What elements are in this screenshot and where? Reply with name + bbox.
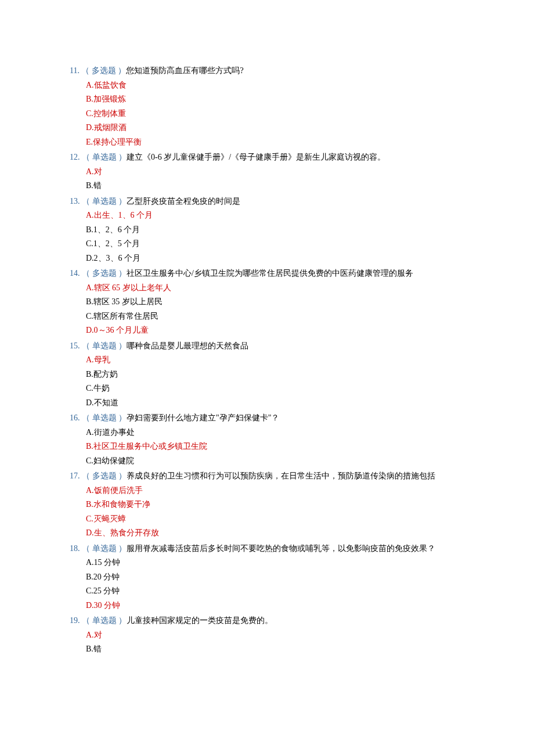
options-list: A.街道办事处B.社区卫生服务中心或乡镇卫生院C.妇幼保健院 — [70, 426, 464, 469]
question-block: 16. （ 单选题 ）孕妇需要到什么地方建立"孕产妇保健卡"？A.街道办事处B.… — [70, 411, 464, 468]
question-number: 13. — [70, 197, 82, 206]
option-item: C.灭蝇灭蟑 — [86, 512, 464, 527]
question-type: （ 单选题 ） — [82, 153, 127, 161]
option-item: B.配方奶 — [86, 368, 464, 382]
option-item: D.2、3、6 个月 — [86, 251, 464, 266]
question-number: 19. — [70, 616, 82, 625]
question-stem: 哪种食品是婴儿最理想的天然食品 — [127, 341, 248, 350]
question-stem: 建立《0-6 岁儿童保健手册》/《母子健康手册》是新生儿家庭访视的容。 — [127, 153, 385, 161]
question-block: 13. （ 单选题 ）乙型肝炎疫苗全程免疫的时间是A.出生、1、6 个月B.1、… — [70, 195, 464, 266]
options-list: A.15 分钟B.20 分钟C.25 分钟D.30 分钟 — [70, 556, 464, 613]
option-item: C.辖区所有常住居民 — [86, 309, 464, 324]
question-prompt: 18. （ 单选题 ）服用脊灰减毒活疫苗后多长时间不要吃热的食物或哺乳等，以免影… — [70, 542, 464, 556]
question-stem: 儿童接种国家规定的一类疫苗是免费的。 — [127, 616, 273, 625]
question-type: （ 单选题 ） — [82, 341, 127, 350]
question-prompt: 13. （ 单选题 ）乙型肝炎疫苗全程免疫的时间是 — [70, 195, 464, 209]
question-stem: 社区卫生服务中心/乡镇卫生院为哪些常住居民提供免费的中医药健康管理的服务 — [127, 269, 413, 278]
options-list: A.饭前便后洗手B.水和食物要干净C.灭蝇灭蟑D.生、熟食分开存放 — [70, 484, 464, 541]
option-item: B.20 分钟 — [86, 570, 464, 585]
question-stem: 乙型肝炎疫苗全程免疫的时间是 — [127, 197, 240, 206]
option-item: A.母乳 — [86, 353, 464, 368]
options-list: A.对B.错 — [70, 628, 464, 657]
question-number: 12. — [70, 153, 82, 161]
question-number: 11. — [70, 66, 81, 75]
option-item: C.妇幼保健院 — [86, 454, 464, 469]
option-item: B.1、2、6 个月 — [86, 223, 464, 237]
question-prompt: 11. （ 多选题 ）您知道预防高血压有哪些方式吗? — [70, 64, 464, 78]
options-list: A.母乳B.配方奶C.牛奶D.不知道 — [70, 353, 464, 410]
options-list: A.出生、1、6 个月B.1、2、6 个月C.1、2、5 个月D.2、3、6 个… — [70, 208, 464, 265]
question-type: （ 多选题 ） — [82, 269, 127, 278]
question-type: （ 单选题 ） — [82, 197, 127, 206]
question-stem: 您知道预防高血压有哪些方式吗? — [126, 66, 243, 75]
option-item: A.辖区 65 岁以上老年人 — [86, 281, 464, 296]
option-item: D.30 分钟 — [86, 599, 464, 613]
option-item: B.错 — [86, 642, 464, 657]
question-block: 12. （ 单选题 ）建立《0-6 岁儿童保健手册》/《母子健康手册》是新生儿家… — [70, 150, 464, 193]
options-list: A.对B.错 — [70, 165, 464, 193]
option-item: C.牛奶 — [86, 381, 464, 396]
question-stem: 养成良好的卫生习惯和行为可以预防疾病，在日常生活中，预防肠道传染病的措施包括 — [127, 471, 435, 480]
option-item: A.对 — [86, 628, 464, 643]
option-item: B.辖区 35 岁以上居民 — [86, 295, 464, 309]
options-list: A.低盐饮食B.加强锻炼C.控制体重D.戒烟限酒E.保持心理平衡 — [70, 78, 464, 150]
question-prompt: 14. （ 多选题 ）社区卫生服务中心/乡镇卫生院为哪些常住居民提供免费的中医药… — [70, 267, 464, 281]
option-item: A.低盐饮食 — [86, 78, 464, 93]
question-prompt: 15. （ 单选题 ）哪种食品是婴儿最理想的天然食品 — [70, 339, 464, 354]
question-prompt: 12. （ 单选题 ）建立《0-6 岁儿童保健手册》/《母子健康手册》是新生儿家… — [70, 150, 464, 165]
option-item: D.戒烟限酒 — [86, 121, 464, 135]
option-item: D.0～36 个月儿童 — [86, 323, 464, 338]
question-block: 15. （ 单选题 ）哪种食品是婴儿最理想的天然食品A.母乳B.配方奶C.牛奶D… — [70, 339, 464, 411]
question-prompt: 17. （ 多选题 ）养成良好的卫生习惯和行为可以预防疾病，在日常生活中，预防肠… — [70, 469, 464, 484]
option-item: C.控制体重 — [86, 107, 464, 121]
question-prompt: 16. （ 单选题 ）孕妇需要到什么地方建立"孕产妇保健卡"？ — [70, 411, 464, 426]
question-number: 14. — [70, 269, 82, 278]
question-type: （ 单选题 ） — [82, 616, 127, 625]
option-item: D.生、熟食分开存放 — [86, 526, 464, 541]
question-type: （ 多选题 ） — [82, 471, 127, 480]
question-block: 19. （ 单选题 ）儿童接种国家规定的一类疫苗是免费的。A.对B.错 — [70, 614, 464, 657]
question-number: 18. — [70, 544, 82, 553]
options-list: A.辖区 65 岁以上老年人B.辖区 35 岁以上居民C.辖区所有常住居民D.0… — [70, 281, 464, 338]
question-type: （ 单选题 ） — [82, 413, 127, 422]
option-item: B.社区卫生服务中心或乡镇卫生院 — [86, 440, 464, 454]
question-number: 16. — [70, 413, 82, 422]
question-stem: 服用脊灰减毒活疫苗后多长时间不要吃热的食物或哺乳等，以免影响疫苗的免疫效果？ — [127, 544, 435, 553]
question-block: 17. （ 多选题 ）养成良好的卫生习惯和行为可以预防疾病，在日常生活中，预防肠… — [70, 469, 464, 541]
option-item: D.不知道 — [86, 396, 464, 411]
option-item: A.街道办事处 — [86, 426, 464, 440]
option-item: E.保持心理平衡 — [86, 135, 464, 150]
option-item: C.1、2、5 个月 — [86, 237, 464, 251]
question-block: 11. （ 多选题 ）您知道预防高血压有哪些方式吗?A.低盐饮食B.加强锻炼C.… — [70, 64, 464, 149]
option-item: A.饭前便后洗手 — [86, 484, 464, 498]
question-prompt: 19. （ 单选题 ）儿童接种国家规定的一类疫苗是免费的。 — [70, 614, 464, 628]
question-type: （ 多选题 ） — [81, 66, 126, 75]
option-item: A.对 — [86, 165, 464, 179]
document-content: 11. （ 多选题 ）您知道预防高血压有哪些方式吗?A.低盐饮食B.加强锻炼C.… — [70, 64, 464, 657]
option-item: B.水和食物要干净 — [86, 498, 464, 512]
option-item: B.加强锻炼 — [86, 92, 464, 107]
question-block: 18. （ 单选题 ）服用脊灰减毒活疫苗后多长时间不要吃热的食物或哺乳等，以免影… — [70, 542, 464, 613]
question-type: （ 单选题 ） — [82, 544, 127, 553]
question-number: 17. — [70, 471, 82, 480]
question-number: 15. — [70, 341, 82, 350]
question-stem: 孕妇需要到什么地方建立"孕产妇保健卡"？ — [127, 413, 279, 422]
option-item: A.15 分钟 — [86, 556, 464, 570]
option-item: C.25 分钟 — [86, 584, 464, 599]
question-block: 14. （ 多选题 ）社区卫生服务中心/乡镇卫生院为哪些常住居民提供免费的中医药… — [70, 267, 464, 338]
option-item: B.错 — [86, 179, 464, 193]
option-item: A.出生、1、6 个月 — [86, 208, 464, 223]
